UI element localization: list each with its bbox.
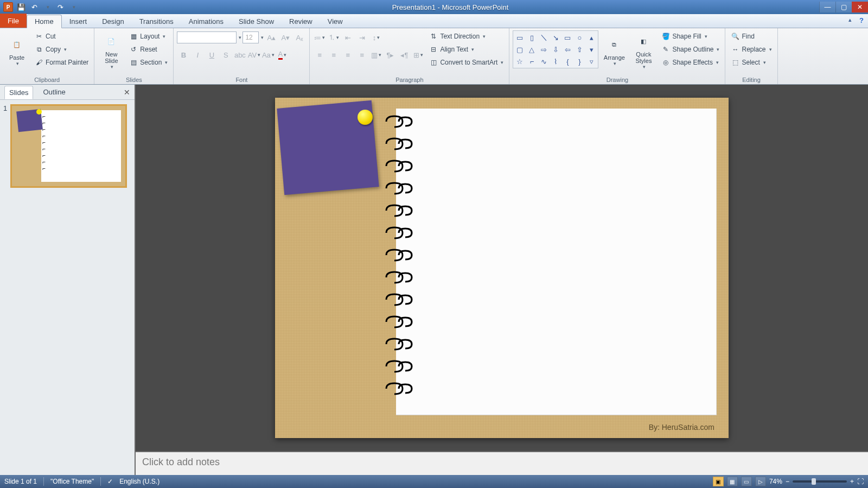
layout-button[interactable]: ▦Layout▾ <box>127 30 170 42</box>
close-button[interactable]: ✕ <box>852 2 868 12</box>
shape-brace-left-icon[interactable]: { <box>562 56 573 67</box>
bullets-button[interactable]: ≔▾ <box>313 31 326 44</box>
shape-down-arrow-icon[interactable]: ⇩ <box>550 44 561 55</box>
panel-tab-slides[interactable]: Slides <box>4 86 33 99</box>
cut-button[interactable]: ✂Cut <box>33 30 91 42</box>
align-button[interactable]: ⊞▾ <box>412 48 425 61</box>
increase-font-icon[interactable]: A▴ <box>265 31 278 44</box>
text-direction-button[interactable]: ⇅Text Direction▾ <box>427 30 506 42</box>
font-name-input[interactable] <box>177 31 237 43</box>
tab-transitions[interactable]: Transitions <box>132 15 181 28</box>
shape-up-arrow-icon[interactable]: ⇧ <box>574 44 585 55</box>
status-theme[interactable]: "Office Theme" <box>50 478 94 485</box>
slideshow-view-button[interactable]: ▷ <box>755 477 766 486</box>
underline-button[interactable]: U <box>205 48 218 61</box>
status-language[interactable]: English (U.S.) <box>119 478 159 485</box>
zoom-level[interactable]: 74% <box>769 478 782 485</box>
shape-oval-icon[interactable]: ○ <box>574 32 585 43</box>
ltr-button[interactable]: ¶▸ <box>384 48 397 61</box>
shape-outline-button[interactable]: ✎Shape Outline▾ <box>659 43 722 55</box>
tab-insert[interactable]: Insert <box>62 15 95 28</box>
tab-file[interactable]: File <box>0 14 27 28</box>
shape-fill-button[interactable]: 🪣Shape Fill▾ <box>659 30 722 42</box>
shapes-more-icon[interactable]: ▿ <box>586 56 597 67</box>
panel-close-icon[interactable]: ✕ <box>124 88 130 97</box>
status-slide-info[interactable]: Slide 1 of 1 <box>4 478 37 485</box>
increase-indent-button[interactable]: ⇥ <box>355 31 368 44</box>
spell-check-icon[interactable]: ✓ <box>107 478 113 485</box>
shape-rounded-rect-icon[interactable]: ▢ <box>514 44 525 55</box>
section-button[interactable]: ▤Section▾ <box>127 56 170 68</box>
save-icon[interactable]: 💾 <box>15 2 27 12</box>
find-button[interactable]: 🔍Find <box>729 30 774 42</box>
shape-right-arrow-icon[interactable]: ⇨ <box>538 44 549 55</box>
font-color-button[interactable]: A▾ <box>276 48 289 61</box>
thumbnail-item[interactable]: 1 ⌐⌐⌐⌐⌐⌐⌐⌐⌐ <box>3 104 131 188</box>
panel-tab-outline[interactable]: Outline <box>39 86 69 98</box>
font-size-input[interactable] <box>242 31 259 43</box>
tab-view[interactable]: View <box>320 15 350 28</box>
shape-brace-right-icon[interactable]: } <box>574 56 585 67</box>
italic-button[interactable]: I <box>191 48 204 61</box>
numbering-button[interactable]: ⒈▾ <box>327 31 340 44</box>
replace-button[interactable]: ↔Replace▾ <box>729 43 774 55</box>
change-case-button[interactable]: Aa▾ <box>261 48 275 61</box>
zoom-out-button[interactable]: − <box>786 478 789 485</box>
text-shadow-button[interactable]: abc <box>233 48 246 61</box>
shape-star-icon[interactable]: ☆ <box>514 56 525 67</box>
justify-button[interactable]: ≡ <box>355 48 368 61</box>
undo-icon[interactable]: ↶ <box>28 2 40 12</box>
shape-textbox-icon[interactable]: ▭ <box>514 32 525 43</box>
columns-button[interactable]: ▥▾ <box>369 48 382 61</box>
align-right-button[interactable]: ≡ <box>341 48 354 61</box>
shape-connector-icon[interactable]: ⌐ <box>526 56 537 67</box>
tab-animations[interactable]: Animations <box>181 15 231 28</box>
arrange-button[interactable]: ⧉Arrange▾ <box>601 30 628 72</box>
new-slide-button[interactable]: 📄 New Slide ▾ <box>98 30 125 72</box>
select-button[interactable]: ⬚Select▾ <box>729 56 774 68</box>
shape-arrow-icon[interactable]: ↘ <box>550 32 561 43</box>
strikethrough-button[interactable]: S <box>219 48 232 61</box>
maximize-button[interactable]: ▢ <box>835 2 852 12</box>
shape-effects-button[interactable]: ◎Shape Effects▾ <box>659 56 722 68</box>
tab-slideshow[interactable]: Slide Show <box>231 15 282 28</box>
character-spacing-button[interactable]: AV▾ <box>247 48 260 61</box>
slide-canvas[interactable]: By: HeruSatria.com <box>136 85 868 451</box>
minimize-button[interactable]: — <box>819 2 835 12</box>
zoom-slider[interactable] <box>793 480 847 483</box>
sorter-view-button[interactable]: ▦ <box>727 477 738 486</box>
app-menu-icon[interactable]: P <box>2 2 14 12</box>
shape-line-icon[interactable]: ＼ <box>538 32 549 43</box>
line-spacing-button[interactable]: ↕▾ <box>369 31 382 44</box>
shape-curve-icon[interactable]: ∿ <box>538 56 549 67</box>
paste-button[interactable]: 📋 Paste ▾ <box>3 30 30 72</box>
shape-vertical-textbox-icon[interactable]: ▯ <box>526 32 537 43</box>
quick-styles-button[interactable]: ◧Quick Styles▾ <box>630 30 657 72</box>
tab-review[interactable]: Review <box>282 15 320 28</box>
fit-to-window-button[interactable]: ⛶ <box>857 478 864 485</box>
slide[interactable]: By: HeruSatria.com <box>275 98 729 438</box>
help-icon[interactable]: ? <box>859 16 864 24</box>
shapes-scroll-up-icon[interactable]: ▴ <box>586 32 597 43</box>
font-size-dropdown-icon[interactable]: ▾ <box>261 35 264 40</box>
zoom-in-button[interactable]: + <box>850 478 854 485</box>
copy-button[interactable]: ⧉Copy▾ <box>33 43 91 55</box>
undo-dropdown-icon[interactable]: ▾ <box>41 2 53 12</box>
shape-rect-icon[interactable]: ▭ <box>562 32 573 43</box>
font-name-dropdown-icon[interactable]: ▾ <box>239 35 241 40</box>
rtl-button[interactable]: ◂¶ <box>398 48 411 61</box>
notes-pane[interactable]: Click to add notes <box>136 451 868 475</box>
ribbon-collapse-icon[interactable]: ▴ <box>848 16 852 23</box>
decrease-font-icon[interactable]: A▾ <box>279 31 292 44</box>
shapes-gallery[interactable]: ▭ ▯ ＼ ↘ ▭ ○ ▴ ▢ △ ⇨ ⇩ ⇦ ⇧ ▾ ☆ ⌐ ∿ ⌇ { } <box>513 30 598 68</box>
clear-formatting-icon[interactable]: Aᵪ <box>293 31 306 44</box>
bold-button[interactable]: B <box>177 48 190 61</box>
shape-left-arrow-icon[interactable]: ⇦ <box>562 44 573 55</box>
normal-view-button[interactable]: ▣ <box>713 477 724 486</box>
reset-button[interactable]: ↺Reset <box>127 43 170 55</box>
redo-icon[interactable]: ↷ <box>54 2 66 12</box>
align-text-button[interactable]: ⊟Align Text▾ <box>427 43 506 55</box>
tab-home[interactable]: Home <box>27 15 62 28</box>
qat-customize-icon[interactable]: ▾ <box>67 2 79 12</box>
shape-triangle-icon[interactable]: △ <box>526 44 537 55</box>
